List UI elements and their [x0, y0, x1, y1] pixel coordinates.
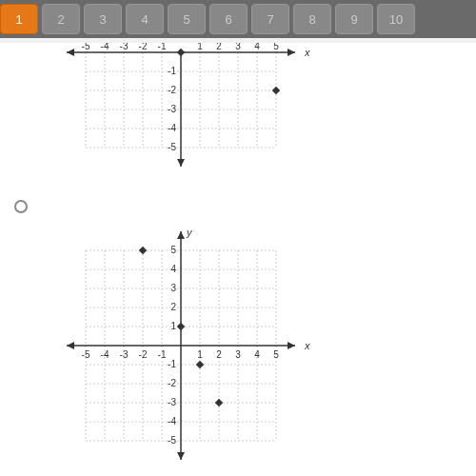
tick-label: -5: [168, 435, 176, 446]
tick-label: 5: [273, 43, 279, 51]
radio-icon: [14, 200, 28, 213]
tick-label: 4: [254, 349, 260, 360]
data-point: [177, 323, 185, 330]
tick-label: 2: [216, 349, 222, 360]
chart-2: -5 -4 -3 -2 -1 1 2 3 4 5 5 4 3 2 1 -1 -2…: [29, 222, 476, 476]
tick-label: -1: [168, 359, 176, 369]
tick-label: 2: [170, 302, 176, 312]
data-point: [215, 399, 223, 407]
data-point: [139, 247, 147, 254]
tick-label: 3: [170, 283, 176, 293]
navigation-bar: 1 2 3 4 5 6 7 8 9 10: [0, 0, 476, 38]
tick-label: -1: [168, 66, 176, 76]
tick-label: -5: [82, 43, 90, 51]
tick-label: -1: [158, 43, 167, 51]
arrow-left-icon: [67, 342, 74, 349]
tick-label: -3: [120, 349, 129, 360]
nav-tab-9[interactable]: 9: [335, 4, 373, 34]
arrow-down-icon: [177, 159, 185, 167]
tick-label: -3: [168, 104, 176, 114]
data-point: [177, 49, 185, 56]
y-axis-label: y: [186, 227, 193, 238]
tick-label: -4: [101, 43, 109, 51]
nav-tab-2[interactable]: 2: [42, 4, 80, 34]
content-area: -5 -4 -3 -2 -1 1 2 3 4 5 -1 -2 -3 -4 -5 …: [0, 43, 476, 476]
nav-tab-7[interactable]: 7: [251, 4, 289, 34]
data-point: [196, 361, 204, 368]
nav-tab-1[interactable]: 1: [0, 4, 38, 34]
tick-label: -2: [168, 85, 176, 95]
nav-tab-8[interactable]: 8: [293, 4, 331, 34]
tick-label: -4: [168, 416, 176, 426]
arrow-up-icon: [177, 231, 185, 239]
tick-label: -2: [168, 378, 176, 388]
nav-tab-10[interactable]: 10: [377, 4, 415, 34]
tick-label: 5: [170, 245, 176, 255]
tick-label: -2: [139, 349, 148, 360]
nav-tab-5[interactable]: 5: [168, 4, 206, 34]
x-axis-label: x: [304, 340, 310, 351]
tick-label: -4: [168, 123, 176, 133]
tick-label: -3: [120, 43, 129, 51]
tick-label: 3: [235, 43, 241, 51]
nav-tab-6[interactable]: 6: [209, 4, 248, 34]
tick-label: 3: [235, 349, 241, 360]
chart-1-svg: -5 -4 -3 -2 -1 1 2 3 4 5 -1 -2 -3 -4 -5 …: [29, 43, 371, 190]
nav-tab-3[interactable]: 3: [84, 4, 122, 34]
arrow-right-icon: [288, 49, 295, 56]
tick-label: -5: [82, 349, 90, 360]
tick-label: 1: [197, 43, 203, 51]
tick-label: 2: [216, 43, 222, 51]
tick-label: -1: [158, 349, 167, 360]
tick-label: -3: [168, 397, 176, 407]
tick-label: -5: [168, 142, 176, 152]
chart-1: -5 -4 -3 -2 -1 1 2 3 4 5 -1 -2 -3 -4 -5 …: [29, 43, 476, 190]
arrow-right-icon: [288, 342, 295, 349]
tick-label: -2: [139, 43, 148, 51]
nav-tab-4[interactable]: 4: [126, 4, 164, 34]
data-point: [272, 87, 280, 94]
arrow-down-icon: [177, 452, 185, 460]
chart-2-svg: -5 -4 -3 -2 -1 1 2 3 4 5 5 4 3 2 1 -1 -2…: [29, 222, 371, 476]
tick-label: 1: [170, 321, 176, 331]
tick-label: 1: [197, 349, 203, 360]
x-axis-label: x: [304, 47, 310, 58]
tick-label: 5: [273, 349, 279, 360]
tick-label: -4: [101, 349, 109, 360]
tick-label: 4: [254, 43, 260, 51]
arrow-left-icon: [67, 49, 74, 56]
radio-option-chart-2[interactable]: [14, 200, 476, 217]
tick-label: 4: [170, 264, 176, 274]
